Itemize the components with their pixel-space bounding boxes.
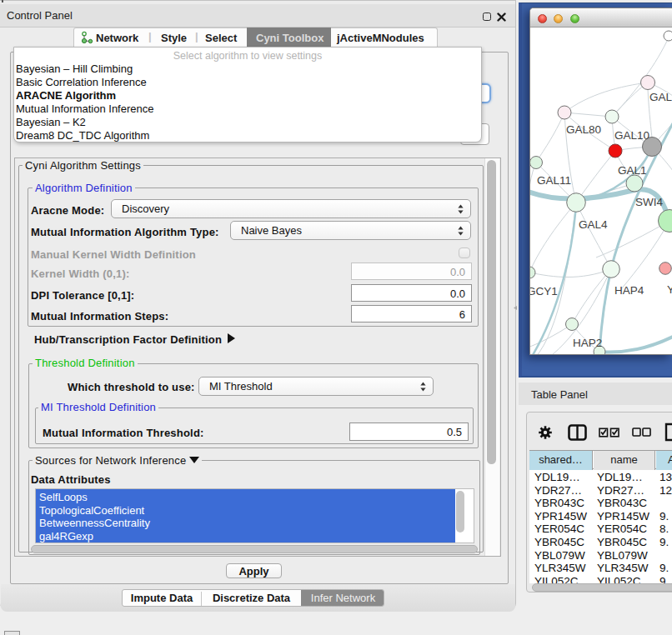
svg-text:SWI4: SWI4	[635, 196, 663, 208]
svg-text:GCY1: GCY1	[530, 285, 558, 298]
svg-text:Y: Y	[667, 283, 672, 296]
svg-text:GAL4: GAL4	[579, 218, 608, 231]
svg-text:GAL80: GAL80	[566, 123, 601, 136]
svg-text:HAP2: HAP2	[573, 337, 602, 349]
svg-text:GAL1: GAL1	[618, 164, 647, 177]
svg-text:GAL11: GAL11	[537, 174, 571, 187]
svg-text:HAP4: HAP4	[614, 284, 644, 297]
svg-text:GAL7: GAL7	[649, 91, 672, 103]
svg-text:GAL10: GAL10	[614, 129, 649, 142]
